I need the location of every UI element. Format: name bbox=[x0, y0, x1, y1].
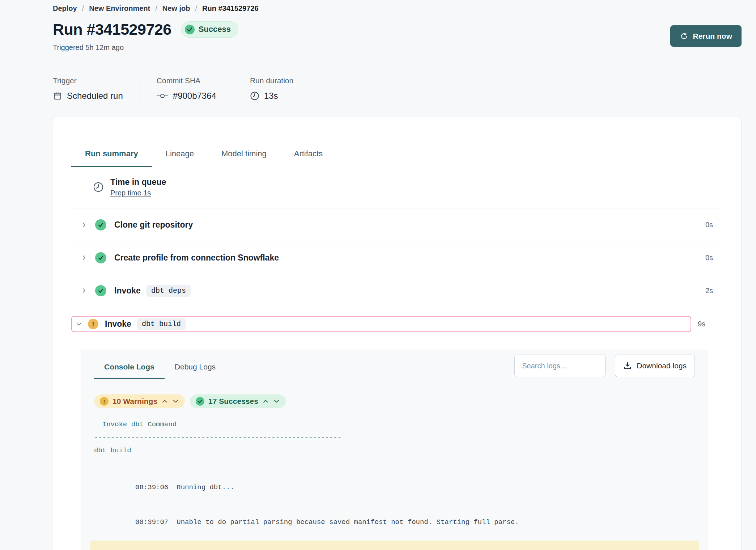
console-log-output: Invoke dbt Command ---------------------… bbox=[94, 419, 695, 550]
step-row-clone-git[interactable]: Clone git repository 0s bbox=[71, 208, 723, 241]
calendar-icon bbox=[53, 91, 62, 101]
log-divider: ----------------------------------------… bbox=[90, 432, 699, 443]
log-timestamp: 08:39:06 bbox=[135, 483, 168, 491]
download-logs-button[interactable]: Download logs bbox=[615, 355, 695, 377]
tab-model-timing[interactable]: Model timing bbox=[208, 149, 280, 167]
download-logs-label: Download logs bbox=[637, 361, 687, 370]
chevron-up-icon[interactable] bbox=[262, 399, 269, 404]
chevron-right-icon[interactable] bbox=[80, 287, 88, 294]
page-header: Run #341529726 Success Triggered 5h 12m … bbox=[53, 20, 742, 52]
step-title: Invoke bbox=[114, 286, 141, 296]
success-check-icon bbox=[196, 397, 204, 406]
run-tabs: Run summary Lineage Model timing Artifac… bbox=[71, 149, 723, 167]
breadcrumb: Deploy / New Environment / New job / Run… bbox=[53, 4, 742, 13]
chevron-down-icon[interactable] bbox=[273, 399, 280, 404]
download-icon bbox=[623, 361, 632, 370]
step-duration: 9s bbox=[698, 320, 723, 328]
chevron-right-icon[interactable] bbox=[80, 254, 88, 261]
warnings-pill[interactable]: ! 10 Warnings bbox=[94, 394, 185, 408]
meta-duration: Run duration 13s bbox=[233, 76, 310, 102]
log-summary-pills: ! 10 Warnings 17 Successes bbox=[94, 394, 695, 408]
status-badge-label: Success bbox=[199, 25, 231, 34]
breadcrumb-current-run: Run #341529726 bbox=[202, 4, 259, 13]
log-blank-line bbox=[90, 458, 699, 469]
breadcrumb-separator: / bbox=[155, 4, 157, 13]
tab-run-summary[interactable]: Run summary bbox=[71, 149, 152, 167]
step-duration: 0s bbox=[705, 221, 713, 229]
step-title: Create profile from connection Snowflake bbox=[114, 253, 279, 263]
success-check-icon bbox=[185, 25, 195, 34]
log-entry-warning: 08:39:08[WARNING]:Did not find matching … bbox=[90, 541, 699, 550]
log-command-header: Invoke dbt Command bbox=[90, 419, 699, 430]
tab-artifacts[interactable]: Artifacts bbox=[280, 149, 336, 167]
success-check-icon bbox=[95, 252, 106, 263]
log-message: Unable to do partial parsing because sav… bbox=[177, 518, 519, 526]
clock-icon bbox=[93, 182, 104, 197]
breadcrumb-new-environment[interactable]: New Environment bbox=[89, 4, 150, 13]
successes-pill-label: 17 Successes bbox=[208, 397, 258, 406]
chevron-right-icon[interactable] bbox=[80, 221, 88, 228]
chevron-down-icon[interactable] bbox=[172, 399, 179, 404]
tab-debug-logs[interactable]: Debug Logs bbox=[165, 363, 226, 379]
triggered-timestamp: Triggered 5h 12m ago bbox=[53, 43, 238, 52]
rerun-now-button[interactable]: Rerun now bbox=[670, 25, 742, 47]
step-command-chip: dbt build bbox=[137, 318, 186, 330]
duration-value: 13s bbox=[264, 90, 278, 102]
rerun-icon bbox=[680, 32, 688, 41]
logs-panel-header: Console Logs Debug Logs Download logs bbox=[94, 350, 695, 379]
meta-trigger: Trigger Scheduled run bbox=[53, 76, 140, 102]
warning-icon: ! bbox=[100, 397, 109, 406]
search-logs-input[interactable] bbox=[514, 355, 606, 377]
status-badge: Success bbox=[181, 21, 238, 38]
step-duration: 2s bbox=[705, 287, 713, 295]
success-check-icon bbox=[95, 285, 106, 296]
run-summary-card: Run summary Lineage Model timing Artifac… bbox=[53, 117, 742, 550]
logs-controls: Download logs bbox=[514, 355, 695, 377]
breadcrumb-separator: / bbox=[195, 4, 197, 13]
chevron-up-icon[interactable] bbox=[161, 399, 168, 404]
chevron-down-icon[interactable] bbox=[75, 321, 83, 327]
log-timestamp: 08:39:07 bbox=[135, 518, 168, 526]
breadcrumb-new-job[interactable]: New job bbox=[162, 4, 190, 13]
step-command-chip: dbt deps bbox=[146, 285, 191, 297]
step-title: Clone git repository bbox=[114, 220, 193, 230]
commit-label: Commit SHA bbox=[157, 76, 216, 86]
logs-panel: Console Logs Debug Logs Download logs ! bbox=[81, 350, 708, 550]
warnings-pill-label: 10 Warnings bbox=[112, 397, 157, 406]
step-duration: 0s bbox=[705, 254, 713, 262]
log-entry: 08:39:06Running dbt... bbox=[90, 471, 699, 504]
trigger-value: Scheduled run bbox=[67, 90, 123, 102]
logs-tabs: Console Logs Debug Logs bbox=[94, 350, 226, 379]
breadcrumb-deploy[interactable]: Deploy bbox=[53, 4, 77, 13]
log-command: dbt build bbox=[90, 445, 699, 456]
log-entry: 08:39:07Unable to do partial parsing bec… bbox=[90, 506, 699, 538]
rerun-label: Rerun now bbox=[693, 32, 732, 41]
title-block: Run #341529726 Success Triggered 5h 12m … bbox=[53, 20, 238, 52]
step-row-dbt-build-wrap: ! Invoke dbt build 9s bbox=[71, 307, 723, 332]
run-detail-page: Deploy / New Environment / New job / Run… bbox=[0, 0, 756, 550]
step-row-create-profile[interactable]: Create profile from connection Snowflake… bbox=[71, 241, 723, 274]
run-meta: Trigger Scheduled run Commit SHA #900b73… bbox=[53, 76, 742, 102]
successes-pill[interactable]: 17 Successes bbox=[190, 394, 286, 408]
commit-icon bbox=[157, 93, 168, 99]
meta-commit: Commit SHA #900b7364 bbox=[140, 76, 233, 102]
step-title: Invoke bbox=[105, 319, 131, 329]
tab-console-logs[interactable]: Console Logs bbox=[94, 363, 165, 379]
trigger-label: Trigger bbox=[53, 76, 123, 86]
commit-value: #900b7364 bbox=[173, 90, 216, 102]
warning-icon: ! bbox=[88, 319, 98, 329]
clock-icon bbox=[250, 91, 259, 101]
log-message: Running dbt... bbox=[177, 483, 234, 491]
prep-time-link[interactable]: Prep time 1s bbox=[110, 189, 151, 197]
tab-lineage[interactable]: Lineage bbox=[152, 149, 208, 167]
success-check-icon bbox=[95, 219, 106, 230]
page-title: Run #341529726 bbox=[53, 20, 171, 38]
duration-label: Run duration bbox=[250, 76, 293, 86]
step-row-dbt-deps[interactable]: Invoke dbt deps 2s bbox=[71, 274, 723, 307]
step-row-dbt-build[interactable]: ! Invoke dbt build bbox=[71, 316, 691, 332]
time-in-queue-section: Time in queue Prep time 1s bbox=[71, 167, 723, 208]
breadcrumb-separator: / bbox=[82, 4, 84, 13]
time-in-queue-title: Time in queue bbox=[110, 177, 166, 187]
